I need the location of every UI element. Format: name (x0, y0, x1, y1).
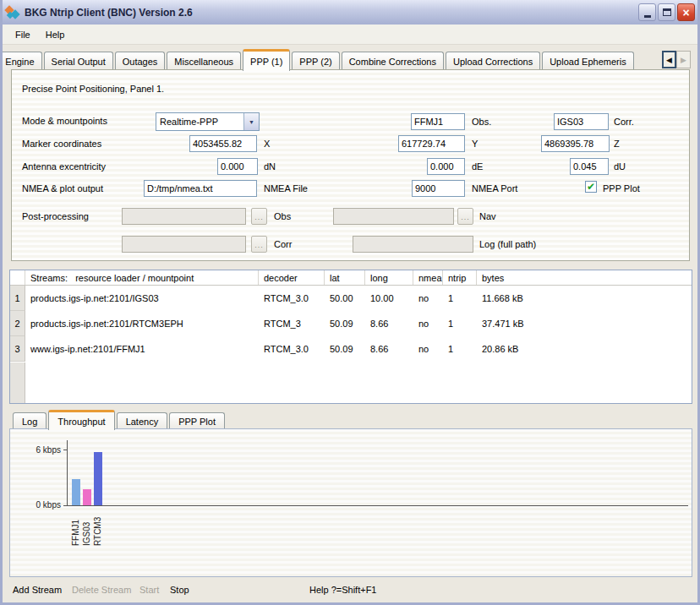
tab-outages[interactable]: Outages (115, 52, 166, 70)
xlabel-igs03: IGS03 (82, 509, 94, 546)
minimize-button[interactable] (638, 3, 656, 21)
post-processing-label: Post-processing (22, 211, 89, 221)
post-obs-label: Obs (274, 211, 291, 221)
table-row[interactable]: 1 products.igs-ip.net:2101/IGS03 RTCM_3.… (10, 286, 692, 311)
header-gutter (10, 270, 25, 285)
arrow-left-icon: ◀ (666, 56, 672, 64)
cell-decoder: RTCM_3.0 (259, 293, 325, 303)
panel-title: Precise Point Positioning, Panel 1. (22, 84, 164, 94)
antenna-du-field[interactable] (570, 158, 609, 175)
marker-coordinates-label: Marker coordinates (22, 139, 101, 149)
window-title: BKG Ntrip Client (BNC) Version 2.6 (25, 7, 637, 19)
tab-latency[interactable]: Latency (117, 412, 168, 429)
marker-z-field[interactable] (541, 135, 610, 152)
streams-table[interactable]: Streams: resource loader / mountpoint de… (9, 270, 692, 404)
cell-lat: 50.09 (325, 319, 365, 329)
mode-mountpoints-label: Mode & mountpoints (22, 116, 107, 126)
cell-nmea: no (413, 319, 443, 329)
tab-serial-output[interactable]: Serial Output (44, 52, 113, 70)
obs-mountpoint-field[interactable] (411, 113, 465, 130)
row-number: 2 (10, 311, 25, 336)
app-logo-icon (5, 5, 20, 20)
antenna-de-label: dE (472, 161, 483, 172)
tab-upload-ephemeris[interactable]: Upload Ephemeris (542, 52, 634, 70)
table-gutter (10, 362, 25, 403)
header-mountpoint: Streams: resource loader / mountpoint (25, 270, 259, 285)
menu-help[interactable]: Help (38, 27, 73, 42)
cell-long: 8.66 (365, 344, 413, 354)
tab-scroll-buttons: ◀ ▶ (662, 51, 691, 68)
status-bar: Add Stream Delete Stream Start Stop Help… (3, 580, 697, 602)
xlabel-rtcm3: RTCM3 (93, 509, 105, 546)
post-nav-field (333, 208, 454, 225)
cell-ntrip: 1 (443, 319, 477, 329)
post-nav-label: Nav (479, 211, 496, 221)
chart-bars (10, 429, 692, 505)
ppp-panel: Precise Point Positioning, Panel 1. Mode… (11, 69, 690, 261)
antenna-de-field[interactable] (427, 158, 465, 175)
top-tab-strip: ed Engine Serial Output Outages Miscella… (3, 47, 697, 70)
bar-rtcm3 (94, 452, 102, 505)
tab-upload-corrections[interactable]: Upload Corrections (446, 52, 540, 70)
tab-scroll-left-button[interactable]: ◀ (662, 51, 676, 68)
tab-miscellaneous[interactable]: Miscellaneous (167, 52, 241, 70)
close-button[interactable]: × (677, 3, 695, 21)
marker-z-label: Z (614, 139, 620, 149)
header-bytes: bytes (477, 270, 692, 285)
bottom-tab-strip: Log Throughput Latency PPP Plot (3, 408, 697, 429)
tab-ppp-plot[interactable]: PPP Plot (169, 412, 225, 429)
cell-lat: 50.09 (325, 344, 365, 354)
corr-mountpoint-field[interactable] (554, 113, 609, 130)
cell-nmea: no (413, 344, 443, 354)
header-decoder: decoder (259, 270, 325, 285)
table-row[interactable]: 3 www.igs-ip.net:2101/FFMJ1 RTCM_3.0 50.… (10, 336, 692, 362)
header-ntrip: ntrip (443, 270, 477, 285)
antenna-excentricity-label: Antenna excentricity (22, 161, 106, 172)
cell-bytes: 37.471 kB (477, 319, 692, 329)
tab-feed-engine[interactable]: ed Engine (0, 52, 42, 70)
post-nav-browse-button[interactable]: ... (457, 208, 473, 225)
menu-bar: File Help (3, 25, 697, 45)
mode-combobox[interactable]: Realtime-PPP ▼ (156, 112, 260, 131)
tab-ppp-2[interactable]: PPP (2) (292, 52, 339, 70)
chevron-down-icon[interactable]: ▼ (243, 113, 259, 130)
cell-long: 10.00 (365, 293, 413, 303)
cell-nmea: no (413, 293, 443, 303)
tab-log[interactable]: Log (13, 412, 46, 429)
nmea-port-field[interactable] (412, 180, 465, 197)
add-stream-button[interactable]: Add Stream (13, 585, 62, 595)
post-corr-label: Corr (274, 239, 292, 249)
corr-label: Corr. (614, 117, 634, 127)
tab-combine-corrections[interactable]: Combine Corrections (342, 52, 444, 70)
marker-x-label: X (264, 139, 270, 149)
ppp-plot-checkbox[interactable]: ✔ (585, 181, 597, 193)
tab-ppp-1[interactable]: PPP (1) (243, 49, 290, 71)
nmea-plot-output-label: NMEA & plot output (22, 183, 103, 193)
header-nmea: nmea (413, 270, 443, 285)
header-lat: lat (325, 270, 365, 285)
post-obs-browse-button[interactable]: ... (251, 208, 267, 225)
marker-x-field[interactable] (189, 135, 257, 152)
check-icon: ✔ (587, 182, 595, 192)
tab-throughput[interactable]: Throughput (48, 410, 114, 430)
stop-button[interactable]: Stop (170, 585, 189, 595)
bar-ffmj1 (72, 479, 80, 505)
nmea-file-label: NMEA File (264, 183, 308, 193)
title-bar[interactable]: BKG Ntrip Client (BNC) Version 2.6 × (0, 0, 700, 25)
table-row[interactable]: 2 products.igs-ip.net:2101/RTCM3EPH RTCM… (10, 311, 692, 336)
tab-scroll-right-button: ▶ (676, 51, 691, 68)
nmea-file-field[interactable] (144, 180, 257, 197)
bar-igs03 (83, 489, 91, 505)
marker-y-field[interactable] (398, 135, 465, 152)
antenna-du-label: dU (614, 161, 626, 172)
cell-lat: 50.00 (325, 293, 365, 303)
maximize-icon (663, 8, 671, 16)
header-long: long (365, 270, 413, 285)
mode-combobox-value: Realtime-PPP (156, 117, 243, 127)
throughput-chart-panel: 6 kbps 0 kbps FFMJ1 IGS03 RTCM3 (9, 428, 692, 577)
menu-file[interactable]: File (8, 27, 38, 42)
post-corr-browse-button[interactable]: ... (251, 236, 267, 253)
antenna-dn-field[interactable] (217, 158, 258, 175)
cell-decoder: RTCM_3.0 (259, 344, 325, 354)
maximize-button[interactable] (658, 3, 675, 21)
